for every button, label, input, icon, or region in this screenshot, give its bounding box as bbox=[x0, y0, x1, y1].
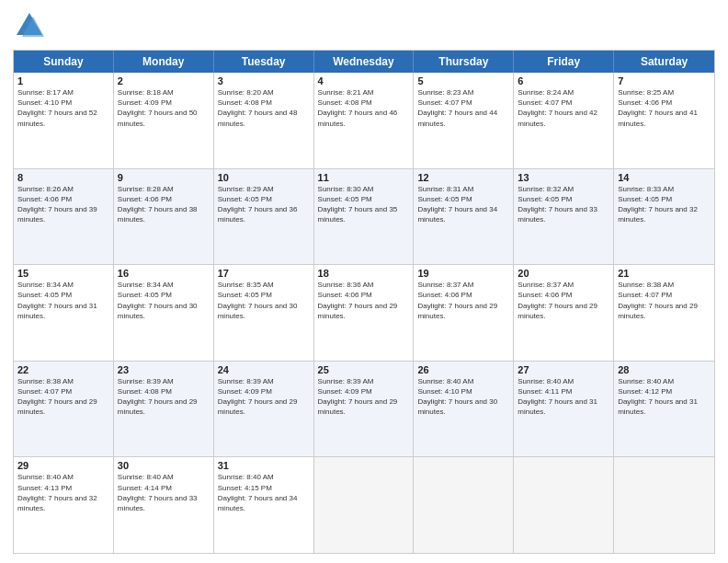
day-number: 8 bbox=[17, 172, 109, 183]
calendar-cell: 14 Sunrise: 8:33 AM Sunset: 4:05 PM Dayl… bbox=[614, 169, 714, 265]
calendar-cell: 4 Sunrise: 8:21 AM Sunset: 4:08 PM Dayli… bbox=[314, 73, 415, 168]
day-number: 23 bbox=[118, 364, 210, 375]
calendar-cell: 13 Sunrise: 8:32 AM Sunset: 4:05 PM Dayl… bbox=[514, 169, 614, 265]
cell-info: Sunrise: 8:40 AM Sunset: 4:14 PM Dayligh… bbox=[118, 472, 210, 513]
day-number: 25 bbox=[318, 364, 410, 375]
cell-info: Sunrise: 8:18 AM Sunset: 4:09 PM Dayligh… bbox=[118, 87, 210, 129]
cell-info: Sunrise: 8:39 AM Sunset: 4:08 PM Dayligh… bbox=[118, 376, 210, 418]
day-number: 29 bbox=[17, 460, 109, 471]
day-number: 17 bbox=[218, 268, 310, 279]
calendar-row-1: 8 Sunrise: 8:26 AM Sunset: 4:06 PM Dayli… bbox=[14, 168, 714, 265]
page-container: SundayMondayTuesdayWednesdayThursdayFrid… bbox=[0, 0, 728, 563]
calendar-cell: 3 Sunrise: 8:20 AM Sunset: 4:08 PM Dayli… bbox=[214, 73, 314, 168]
cell-info: Sunrise: 8:34 AM Sunset: 4:05 PM Dayligh… bbox=[118, 280, 210, 321]
cell-info: Sunrise: 8:25 AM Sunset: 4:06 PM Dayligh… bbox=[618, 87, 711, 129]
cell-info: Sunrise: 8:17 AM Sunset: 4:10 PM Dayligh… bbox=[17, 87, 109, 129]
day-number: 1 bbox=[17, 75, 109, 86]
calendar-cell: 19 Sunrise: 8:37 AM Sunset: 4:06 PM Dayl… bbox=[414, 265, 514, 361]
calendar-cell: 9 Sunrise: 8:28 AM Sunset: 4:06 PM Dayli… bbox=[114, 169, 214, 265]
calendar-cell: 21 Sunrise: 8:38 AM Sunset: 4:07 PM Dayl… bbox=[614, 265, 714, 361]
calendar-cell: 17 Sunrise: 8:35 AM Sunset: 4:05 PM Dayl… bbox=[214, 265, 314, 361]
day-number: 10 bbox=[218, 172, 310, 183]
logo-icon bbox=[13, 9, 46, 42]
cell-info: Sunrise: 8:38 AM Sunset: 4:07 PM Dayligh… bbox=[17, 376, 109, 418]
day-number: 16 bbox=[118, 268, 210, 279]
calendar-cell: 16 Sunrise: 8:34 AM Sunset: 4:05 PM Dayl… bbox=[114, 265, 214, 361]
day-number: 3 bbox=[218, 75, 310, 86]
calendar-cell bbox=[614, 457, 714, 553]
calendar-cell: 1 Sunrise: 8:17 AM Sunset: 4:10 PM Dayli… bbox=[14, 73, 114, 168]
cell-info: Sunrise: 8:23 AM Sunset: 4:07 PM Dayligh… bbox=[417, 87, 509, 129]
calendar-row-0: 1 Sunrise: 8:17 AM Sunset: 4:10 PM Dayli… bbox=[14, 73, 714, 168]
cell-info: Sunrise: 8:40 AM Sunset: 4:11 PM Dayligh… bbox=[518, 376, 609, 418]
day-number: 11 bbox=[318, 172, 410, 183]
cell-info: Sunrise: 8:30 AM Sunset: 4:05 PM Dayligh… bbox=[318, 184, 410, 225]
calendar-cell: 28 Sunrise: 8:40 AM Sunset: 4:12 PM Dayl… bbox=[614, 362, 714, 457]
calendar-cell: 18 Sunrise: 8:36 AM Sunset: 4:06 PM Dayl… bbox=[314, 265, 415, 361]
calendar-cell: 30 Sunrise: 8:40 AM Sunset: 4:14 PM Dayl… bbox=[114, 457, 214, 553]
calendar-cell bbox=[314, 457, 415, 553]
logo bbox=[13, 9, 50, 42]
day-number: 5 bbox=[417, 75, 509, 86]
day-number: 30 bbox=[118, 460, 210, 471]
cell-info: Sunrise: 8:39 AM Sunset: 4:09 PM Dayligh… bbox=[218, 376, 310, 418]
cell-info: Sunrise: 8:40 AM Sunset: 4:13 PM Dayligh… bbox=[17, 472, 109, 513]
calendar-cell bbox=[414, 457, 514, 553]
calendar-body: 1 Sunrise: 8:17 AM Sunset: 4:10 PM Dayli… bbox=[14, 73, 714, 553]
calendar-cell: 7 Sunrise: 8:25 AM Sunset: 4:06 PM Dayli… bbox=[614, 73, 714, 168]
day-header-monday: Monday bbox=[114, 51, 214, 73]
day-header-tuesday: Tuesday bbox=[214, 51, 314, 73]
day-number: 2 bbox=[118, 75, 210, 86]
cell-info: Sunrise: 8:40 AM Sunset: 4:12 PM Dayligh… bbox=[618, 376, 711, 418]
calendar-row-2: 15 Sunrise: 8:34 AM Sunset: 4:05 PM Dayl… bbox=[14, 264, 714, 361]
day-number: 4 bbox=[318, 75, 410, 86]
calendar-cell: 22 Sunrise: 8:38 AM Sunset: 4:07 PM Dayl… bbox=[14, 362, 114, 457]
cell-info: Sunrise: 8:31 AM Sunset: 4:05 PM Dayligh… bbox=[417, 184, 509, 225]
day-number: 14 bbox=[618, 172, 711, 183]
day-number: 21 bbox=[618, 268, 711, 279]
cell-info: Sunrise: 8:37 AM Sunset: 4:06 PM Dayligh… bbox=[518, 280, 609, 321]
day-header-friday: Friday bbox=[514, 51, 614, 73]
calendar-cell: 2 Sunrise: 8:18 AM Sunset: 4:09 PM Dayli… bbox=[114, 73, 214, 168]
calendar-header: SundayMondayTuesdayWednesdayThursdayFrid… bbox=[14, 51, 714, 73]
day-number: 22 bbox=[17, 364, 109, 375]
cell-info: Sunrise: 8:33 AM Sunset: 4:05 PM Dayligh… bbox=[618, 184, 711, 225]
day-number: 9 bbox=[118, 172, 210, 183]
cell-info: Sunrise: 8:37 AM Sunset: 4:06 PM Dayligh… bbox=[417, 280, 509, 321]
calendar-cell bbox=[514, 457, 614, 553]
calendar-cell: 12 Sunrise: 8:31 AM Sunset: 4:05 PM Dayl… bbox=[414, 169, 514, 265]
calendar: SundayMondayTuesdayWednesdayThursdayFrid… bbox=[13, 50, 715, 554]
day-header-wednesday: Wednesday bbox=[314, 51, 415, 73]
cell-info: Sunrise: 8:36 AM Sunset: 4:06 PM Dayligh… bbox=[318, 280, 410, 321]
calendar-cell: 8 Sunrise: 8:26 AM Sunset: 4:06 PM Dayli… bbox=[14, 169, 114, 265]
cell-info: Sunrise: 8:24 AM Sunset: 4:07 PM Dayligh… bbox=[518, 87, 609, 129]
day-header-thursday: Thursday bbox=[414, 51, 514, 73]
cell-info: Sunrise: 8:34 AM Sunset: 4:05 PM Dayligh… bbox=[17, 280, 109, 321]
calendar-cell: 27 Sunrise: 8:40 AM Sunset: 4:11 PM Dayl… bbox=[514, 362, 614, 457]
cell-info: Sunrise: 8:39 AM Sunset: 4:09 PM Dayligh… bbox=[318, 376, 410, 418]
calendar-cell: 11 Sunrise: 8:30 AM Sunset: 4:05 PM Dayl… bbox=[314, 169, 415, 265]
cell-info: Sunrise: 8:38 AM Sunset: 4:07 PM Dayligh… bbox=[618, 280, 711, 321]
day-number: 31 bbox=[218, 460, 310, 471]
cell-info: Sunrise: 8:40 AM Sunset: 4:10 PM Dayligh… bbox=[417, 376, 509, 418]
cell-info: Sunrise: 8:35 AM Sunset: 4:05 PM Dayligh… bbox=[218, 280, 310, 321]
calendar-cell: 26 Sunrise: 8:40 AM Sunset: 4:10 PM Dayl… bbox=[414, 362, 514, 457]
calendar-cell: 20 Sunrise: 8:37 AM Sunset: 4:06 PM Dayl… bbox=[514, 265, 614, 361]
calendar-row-3: 22 Sunrise: 8:38 AM Sunset: 4:07 PM Dayl… bbox=[14, 361, 714, 457]
day-number: 18 bbox=[318, 268, 410, 279]
calendar-cell: 25 Sunrise: 8:39 AM Sunset: 4:09 PM Dayl… bbox=[314, 362, 415, 457]
page-header bbox=[13, 9, 715, 42]
day-number: 24 bbox=[218, 364, 310, 375]
calendar-cell: 31 Sunrise: 8:40 AM Sunset: 4:15 PM Dayl… bbox=[214, 457, 314, 553]
cell-info: Sunrise: 8:40 AM Sunset: 4:15 PM Dayligh… bbox=[218, 472, 310, 513]
calendar-cell: 15 Sunrise: 8:34 AM Sunset: 4:05 PM Dayl… bbox=[14, 265, 114, 361]
day-number: 27 bbox=[518, 364, 609, 375]
day-number: 28 bbox=[618, 364, 711, 375]
calendar-cell: 29 Sunrise: 8:40 AM Sunset: 4:13 PM Dayl… bbox=[14, 457, 114, 553]
calendar-cell: 5 Sunrise: 8:23 AM Sunset: 4:07 PM Dayli… bbox=[414, 73, 514, 168]
day-number: 26 bbox=[417, 364, 509, 375]
day-number: 20 bbox=[518, 268, 609, 279]
cell-info: Sunrise: 8:28 AM Sunset: 4:06 PM Dayligh… bbox=[118, 184, 210, 225]
calendar-cell: 23 Sunrise: 8:39 AM Sunset: 4:08 PM Dayl… bbox=[114, 362, 214, 457]
cell-info: Sunrise: 8:32 AM Sunset: 4:05 PM Dayligh… bbox=[518, 184, 609, 225]
